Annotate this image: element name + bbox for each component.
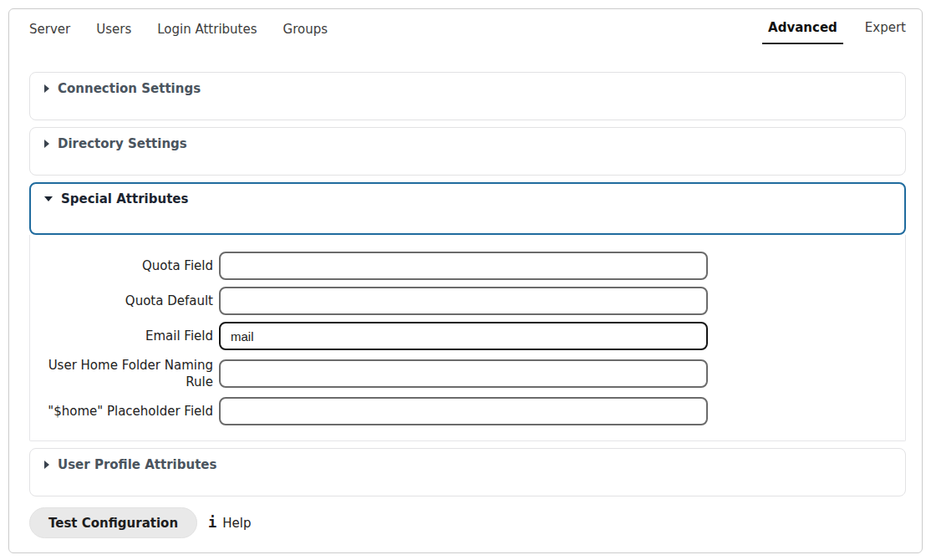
section-connection-settings[interactable]: Connection Settings — [29, 72, 906, 120]
home-folder-naming-rule-label: User Home Folder Naming Rule — [30, 357, 219, 390]
tab-users[interactable]: Users — [96, 22, 131, 37]
info-icon: i — [208, 516, 216, 530]
tab-login-attributes[interactable]: Login Attributes — [157, 22, 257, 37]
section-title: Connection Settings — [58, 81, 201, 96]
help-label: Help — [222, 516, 251, 531]
tab-expert[interactable]: Expert — [865, 20, 906, 35]
caret-right-icon — [44, 461, 49, 469]
email-field-input[interactable] — [219, 322, 708, 350]
field-row-email-field: Email Field — [30, 322, 905, 350]
quota-field-label: Quota Field — [30, 257, 219, 274]
test-configuration-button[interactable]: Test Configuration — [29, 507, 197, 538]
caret-right-icon — [44, 84, 49, 93]
home-placeholder-field-input[interactable] — [219, 397, 708, 425]
section-header: Directory Settings — [44, 136, 905, 151]
section-user-profile-attributes[interactable]: User Profile Attributes — [29, 448, 906, 496]
tab-groups[interactable]: Groups — [283, 22, 328, 37]
tab-bar: Server Users Login Attributes Groups Adv… — [29, 9, 906, 43]
tabs-left-group: Server Users Login Attributes Groups — [29, 20, 328, 37]
sections-list: Connection Settings Directory Settings S… — [29, 72, 906, 496]
tabs-right-group: Advanced Expert — [762, 20, 906, 44]
field-row-quota-default: Quota Default — [30, 287, 905, 315]
section-directory-settings[interactable]: Directory Settings — [29, 127, 906, 176]
caret-down-icon — [44, 196, 53, 201]
tab-advanced[interactable]: Advanced — [762, 20, 843, 44]
footer-bar: Test Configuration i Help — [29, 507, 906, 538]
ldap-settings-panel: Server Users Login Attributes Groups Adv… — [8, 8, 923, 553]
home-placeholder-field-label: "$home" Placeholder Field — [30, 403, 219, 420]
special-attributes-content: Quota Field Quota Default Email Field Us… — [29, 235, 906, 441]
section-title: Directory Settings — [58, 136, 187, 151]
caret-right-icon — [44, 140, 49, 148]
field-row-home-placeholder-field: "$home" Placeholder Field — [30, 397, 905, 425]
quota-field-input[interactable] — [219, 252, 708, 280]
field-row-quota-field: Quota Field — [30, 252, 905, 280]
home-folder-naming-rule-input[interactable] — [219, 359, 708, 388]
quota-default-label: Quota Default — [30, 293, 219, 309]
section-title: Special Attributes — [61, 191, 188, 206]
quota-default-input[interactable] — [219, 287, 708, 315]
section-header: Special Attributes — [44, 191, 904, 206]
tab-server[interactable]: Server — [29, 22, 70, 37]
section-header: Connection Settings — [44, 81, 905, 96]
help-link[interactable]: i Help — [208, 516, 251, 531]
field-row-home-folder-naming-rule: User Home Folder Naming Rule — [30, 357, 905, 390]
section-header: User Profile Attributes — [44, 457, 905, 472]
section-special-attributes[interactable]: Special Attributes — [29, 182, 906, 235]
email-field-label: Email Field — [30, 328, 219, 344]
section-title: User Profile Attributes — [58, 457, 216, 472]
